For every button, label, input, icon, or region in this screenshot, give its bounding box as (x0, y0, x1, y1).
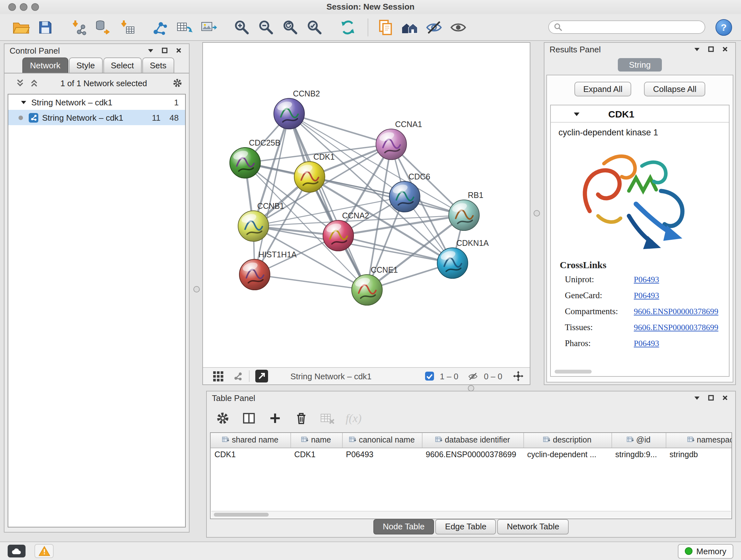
protein-section-caret-icon[interactable] (571, 109, 582, 118)
node-label-CDK1: CDK1 (313, 152, 335, 161)
results-panel-float-icon[interactable] (706, 45, 716, 54)
tab-string[interactable]: String (617, 58, 662, 71)
selected-count-label: 1 – 0 (440, 371, 458, 381)
network-collection-row[interactable]: String Network – cdk1 1 (8, 95, 185, 110)
zoom-selected-icon (307, 19, 322, 35)
collapse-all-button[interactable]: Collapse All (644, 82, 705, 97)
column-header-database-identifier[interactable]: database identifier (422, 433, 523, 448)
warning-button[interactable] (35, 544, 54, 558)
select-columns-icon[interactable] (241, 410, 257, 427)
zoom-out-button[interactable] (255, 16, 277, 38)
tab-select[interactable]: Select (103, 57, 141, 73)
current-network-bullet-icon (18, 115, 23, 120)
table-panel-close-icon[interactable] (720, 393, 730, 402)
crosslink-value-link[interactable]: 9606.ENSP00000378699 (634, 307, 724, 317)
crosslink-value-link[interactable]: P06493 (634, 338, 724, 349)
zoom-selected-button[interactable] (304, 16, 326, 38)
table-panel-float-icon[interactable] (706, 393, 716, 402)
network-options-gear-icon[interactable] (172, 78, 183, 87)
network-node-CDC25B[interactable]: CDC25B (230, 138, 280, 178)
network-node-CDK1[interactable]: CDK1 (294, 152, 335, 192)
expand-all-icon[interactable] (29, 78, 39, 87)
tree-caret-icon[interactable] (18, 98, 29, 107)
table-tabs: Node TableEdge TableNetwork Table (207, 519, 735, 535)
crosslink-value-link[interactable]: P06493 (634, 291, 724, 301)
table-panel-menu-caret-icon[interactable] (692, 393, 702, 402)
column-header-namespac[interactable]: namespac (666, 433, 732, 448)
import-network-from-database-button[interactable] (92, 16, 114, 38)
results-panel-menu-caret-icon[interactable] (692, 45, 702, 54)
column-header-shared-name[interactable]: shared name (211, 433, 290, 448)
hidden-eye-slash-icon[interactable] (468, 372, 478, 381)
network-node-CDKN1A[interactable]: CDKN1A (437, 239, 489, 278)
column-header--id[interactable]: @id (611, 433, 666, 448)
save-session-button[interactable] (35, 16, 56, 38)
network-node-HIST1H1A[interactable]: HIST1H1A (239, 250, 297, 290)
control-panel-close-icon[interactable] (174, 46, 184, 55)
zoom-in-button[interactable] (231, 16, 253, 38)
tab-sets[interactable]: Sets (142, 57, 174, 73)
detach-view-button[interactable] (255, 370, 268, 382)
home-button[interactable] (399, 16, 421, 38)
network-node-CCNB2[interactable]: CCNB2 (274, 89, 320, 129)
control-panel: Control Panel NetworkStyleSelectSets 1 o… (4, 44, 190, 533)
cloud-button[interactable] (8, 545, 25, 557)
crosslink-label: GeneCard: (565, 291, 634, 301)
results-horizontal-scrollbar[interactable] (555, 370, 592, 374)
network-tree: String Network – cdk1 1 String Network –… (8, 94, 186, 527)
tab-network[interactable]: Network (22, 57, 68, 73)
table-horizontal-scrollbar[interactable] (211, 511, 731, 518)
crosslink-value-link[interactable]: P06493 (634, 274, 724, 285)
network-node-RB1[interactable]: RB1 (449, 191, 483, 231)
zoom-fit-button[interactable] (280, 16, 301, 38)
table-settings-gear-icon[interactable] (214, 410, 231, 427)
results-panel-close-icon[interactable] (720, 45, 730, 54)
table-tab-node-table[interactable]: Node Table (373, 519, 434, 535)
control-panel-menu-caret-icon[interactable] (145, 46, 156, 55)
right-splitter-handle[interactable] (534, 210, 540, 216)
expand-all-button[interactable]: Expand All (575, 82, 631, 97)
copy-icon (377, 19, 394, 36)
table-tab-edge-table[interactable]: Edge Table (435, 519, 496, 535)
memory-button[interactable]: Memory (678, 544, 733, 558)
node-label-CCNA1: CCNA1 (395, 120, 422, 129)
export-image-button[interactable] (198, 16, 219, 38)
network-node-CCNA1[interactable]: CCNA1 (376, 120, 422, 160)
column-header-name[interactable]: name (290, 433, 342, 448)
refresh-view-button[interactable] (337, 16, 359, 38)
delete-row-trash-icon[interactable] (293, 410, 310, 427)
grid-view-icon[interactable] (213, 372, 223, 381)
horizontal-splitter-handle[interactable] (468, 385, 474, 391)
tab-style[interactable]: Style (69, 57, 103, 73)
export-table-button[interactable] (174, 16, 195, 38)
overview-icon[interactable] (233, 372, 243, 381)
table-row[interactable]: CDK1CDK1P064939606.ENSP00000378699cyclin… (211, 448, 732, 461)
left-splitter-handle[interactable] (193, 286, 200, 293)
add-column-icon[interactable] (267, 410, 283, 427)
table-header-row: shared namenamecanonical namedatabase id… (211, 433, 732, 448)
hide-selected-button[interactable] (423, 16, 445, 38)
new-network-button[interactable] (149, 16, 171, 38)
import-table-from-file-button[interactable] (116, 16, 138, 38)
control-panel-float-icon[interactable] (159, 46, 170, 55)
protein-section: CDK1 cyclin-dependent kinase 1 (550, 105, 730, 377)
column-header-description[interactable]: description (523, 433, 611, 448)
show-all-button[interactable] (448, 16, 469, 38)
table-tab-network-table[interactable]: Network Table (497, 519, 569, 535)
copy-button[interactable] (375, 16, 396, 38)
network-row-selected[interactable]: String Network – cdk1 11 48 (8, 110, 185, 125)
open-session-button[interactable] (10, 16, 32, 38)
import-network-from-file-button[interactable] (68, 16, 89, 38)
network-canvas[interactable]: CDK1CCNB1CCNB2CCNA1CCNA2CCNE1CDC6CDC25BR… (203, 43, 530, 367)
collapse-all-icon[interactable] (15, 78, 25, 87)
clear-table-icon[interactable] (319, 410, 336, 427)
function-builder-icon[interactable]: f(x) (345, 410, 362, 427)
crosslink-value-link[interactable]: 9606.ENSP00000378699 (634, 322, 724, 333)
help-button[interactable]: ? (716, 19, 732, 36)
crosslink-label: Uniprot: (565, 274, 634, 285)
crosshair-icon[interactable] (513, 372, 523, 381)
column-sort-icon (543, 436, 550, 445)
search-input[interactable] (566, 22, 699, 32)
selected-count-checkbox[interactable] (425, 372, 434, 381)
column-header-canonical-name[interactable]: canonical name (342, 433, 422, 448)
